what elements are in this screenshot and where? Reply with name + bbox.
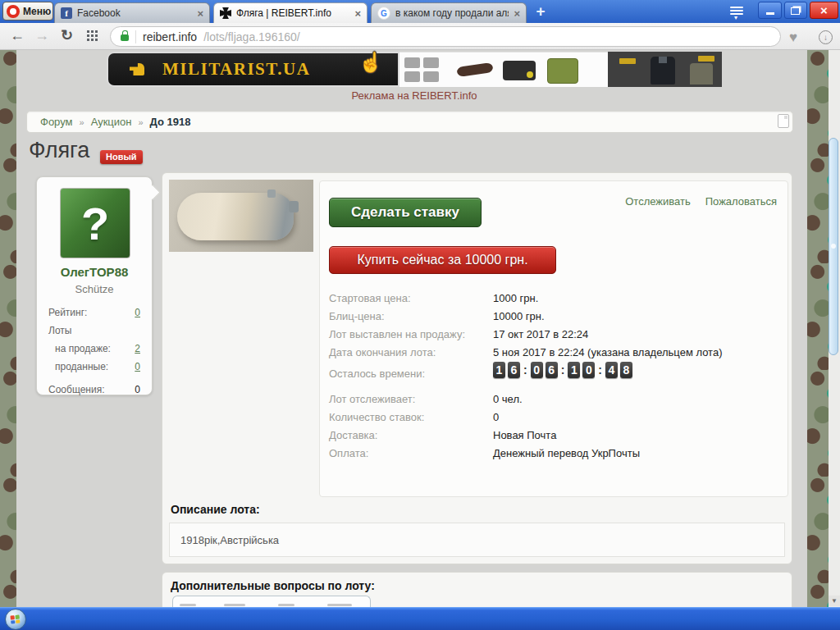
facebook-icon — [61, 7, 72, 19]
tab-title: Facebook — [77, 7, 192, 19]
tab-title: Фляга | REIBERT.info — [236, 7, 349, 19]
lot-photo[interactable] — [169, 180, 313, 252]
detail-label: Доставка: — [329, 429, 493, 441]
questions-heading: Дополнительные вопросы по лоту: — [171, 579, 375, 592]
stat-label: проданные: — [55, 361, 108, 372]
clipped-text — [224, 604, 245, 606]
avatar[interactable]: ? — [60, 188, 130, 258]
detail-value: Новая Почта — [493, 429, 556, 441]
download-icon[interactable] — [819, 30, 833, 44]
stat-rating: Рейтинг: 0 — [48, 307, 140, 318]
screen: Меню Facebook Фляга | REIBERT.info в как… — [0, 0, 840, 630]
detail-label: Стартовая цена: — [329, 292, 493, 304]
scrollbar-thumb[interactable] — [829, 138, 838, 355]
product-thumbnails — [404, 57, 441, 83]
breadcrumb-separator: » — [138, 117, 143, 127]
maximize-button[interactable] — [784, 2, 807, 19]
countdown-timer: 1 6 0 6 1 0 4 8 — [493, 362, 632, 378]
ad-caption-link[interactable]: Реклама на REIBERT.info — [107, 89, 722, 102]
breadcrumb-forum[interactable]: Форум — [40, 116, 73, 128]
windows-flag-icon — [10, 614, 21, 624]
breadcrumb: Форум » Аукцион » До 1918 — [26, 111, 793, 133]
place-bid-button[interactable]: Сделать ставку — [329, 198, 482, 227]
url-path: /lots/fljaga.196160/ — [203, 30, 300, 43]
stat-sold: проданные: 0 — [55, 361, 140, 372]
detail-value: 5 ноя 2017 в 22:24 (указана владельцем л… — [493, 346, 722, 358]
tab-facebook[interactable]: Facebook — [54, 2, 210, 23]
detail-row: Оплата: Денежный перевод УкрПочты — [329, 447, 776, 459]
ad-banner[interactable]: MILITARIST.UA — [107, 52, 399, 87]
seller-name[interactable]: ОлегTOP88 — [37, 265, 152, 279]
stat-label: на продаже: — [55, 343, 111, 354]
breadcrumb-auction[interactable]: Аукцион — [91, 116, 132, 128]
page-title: Фляга — [29, 138, 89, 163]
rss-icon[interactable] — [778, 114, 789, 128]
description-box: 1918рік,Австрійська — [169, 523, 785, 557]
action-links: Отслеживать Пожаловаться — [625, 195, 777, 208]
stat-label: Лоты — [48, 325, 71, 336]
divider — [135, 30, 136, 43]
speed-dial-icon[interactable] — [87, 30, 98, 41]
banner-chip — [698, 56, 714, 62]
watch-link[interactable]: Отслеживать — [625, 195, 690, 208]
detail-value: Денежный перевод УкрПочты — [493, 447, 640, 459]
new-tab-button[interactable] — [532, 2, 550, 21]
reload-icon[interactable] — [61, 27, 73, 43]
stat-value-link[interactable]: 0 — [135, 307, 140, 318]
banner-brand: MILITARIST.UA — [162, 59, 310, 80]
sunglasses-product — [456, 62, 493, 77]
stat-value: 0 — [135, 384, 140, 395]
camo-background-right — [807, 50, 829, 607]
browser-tab-strip: Меню Facebook Фляга | REIBERT.info в как… — [0, 0, 840, 23]
menu-label: Меню — [23, 6, 51, 17]
detail-row: Лот отслеживает: 0 чел. — [329, 393, 776, 405]
countdown-digit: 1 — [493, 362, 505, 378]
url-host: reibert.info — [143, 30, 197, 43]
bookmark-heart-icon[interactable] — [789, 30, 797, 46]
detail-value: 0 чел. — [493, 393, 523, 405]
detail-value: 10000 грн. — [493, 310, 545, 322]
close-icon[interactable] — [514, 8, 520, 19]
detail-value: 1000 грн. — [493, 292, 538, 304]
url-field[interactable]: reibert.info/lots/fljaga.196160/ — [110, 26, 781, 47]
breadcrumb-separator: » — [80, 117, 84, 127]
detail-label: Количество ставок: — [329, 411, 493, 423]
close-window-button[interactable] — [810, 2, 838, 19]
back-icon[interactable] — [10, 27, 25, 43]
browser-menu-button[interactable]: Меню — [2, 2, 53, 21]
mouse-cursor-icon — [358, 51, 383, 74]
banner-chip — [619, 58, 636, 64]
stat-lots: Лоты — [48, 325, 140, 336]
stat-messages: Сообщения: 0 — [48, 384, 140, 395]
detail-row: Доставка: Новая Почта — [329, 429, 776, 441]
ad-banner-apparel[interactable] — [608, 52, 722, 87]
countdown-digit: 1 — [568, 362, 580, 378]
tab-menu-icon[interactable] — [730, 7, 745, 16]
stat-label: Рейтинг: — [48, 307, 87, 318]
clipped-text — [278, 604, 294, 606]
scrollbar-down-arrow[interactable] — [829, 596, 840, 606]
breadcrumb-current[interactable]: До 1918 — [150, 116, 191, 128]
camo-background-left — [0, 50, 16, 607]
detail-label: Блиц-цена: — [329, 310, 493, 322]
minimize-button[interactable] — [758, 2, 782, 19]
report-link[interactable]: Пожаловаться — [705, 195, 777, 208]
countdown-digit: 6 — [546, 362, 558, 378]
detail-label: Лот выставлен на продажу: — [329, 328, 493, 340]
tab-reibert[interactable]: Фляга | REIBERT.info — [213, 2, 368, 23]
stat-label: Сообщения: — [48, 384, 104, 395]
close-icon[interactable] — [354, 8, 361, 19]
close-icon[interactable] — [197, 8, 203, 19]
clipped-text — [327, 604, 352, 606]
buy-now-button[interactable]: Купить сейчас за 10000 грн. — [329, 246, 556, 274]
countdown-colon — [523, 363, 527, 377]
stat-value-link[interactable]: 2 — [135, 343, 140, 354]
seller-card: ? ОлегTOP88 Schütze Рейтинг: 0 Лоты на п… — [36, 176, 153, 395]
detail-row: Количество ставок: 0 — [329, 411, 776, 423]
ad-banner-products[interactable] — [399, 52, 608, 87]
shirt-product — [690, 63, 713, 84]
stat-value-link[interactable]: 0 — [135, 361, 140, 372]
google-icon — [377, 7, 390, 20]
start-button[interactable] — [5, 609, 26, 630]
tab-google-search[interactable]: в каком году продали аляс — [371, 2, 527, 23]
